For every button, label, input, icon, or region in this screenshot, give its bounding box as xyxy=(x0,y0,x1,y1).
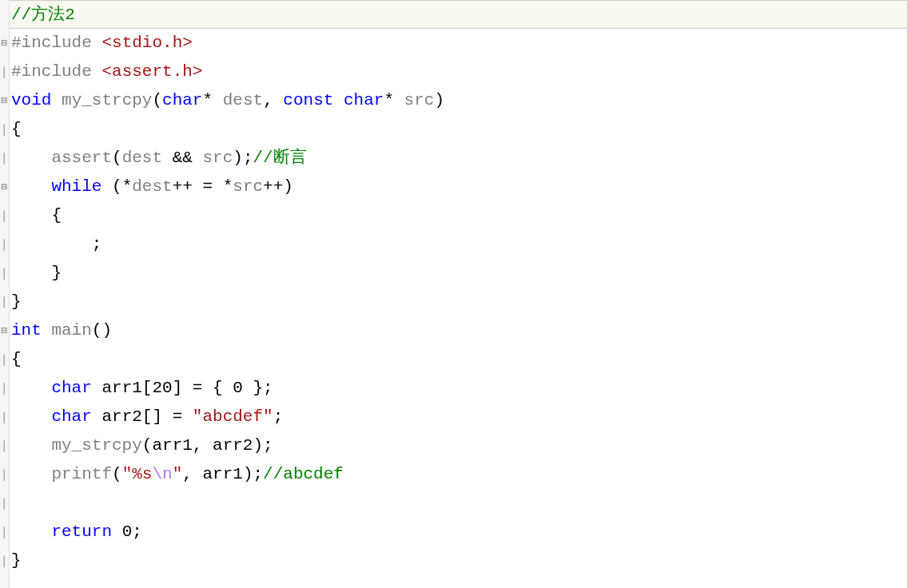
brace-close: } xyxy=(11,264,62,282)
code-line-9[interactable]: ; xyxy=(10,230,907,259)
var-src: src xyxy=(233,177,263,196)
semicolon: ; xyxy=(11,235,101,253)
gutter-line: │ xyxy=(0,115,9,144)
code-line-20[interactable]: } xyxy=(10,546,907,575)
include-header: <assert.h> xyxy=(101,62,202,81)
gutter-line: │ xyxy=(0,518,9,546)
keyword-while: while xyxy=(11,177,101,196)
comment-text: //断言 xyxy=(253,149,307,167)
star-op: * xyxy=(122,177,133,196)
var-dest: dest xyxy=(132,177,172,196)
printf-args: , arr1); xyxy=(182,465,263,483)
preprocessor: #include xyxy=(11,34,101,52)
inc-paren: ++) xyxy=(263,177,293,196)
code-line-2[interactable]: #include <stdio.h> xyxy=(10,29,907,58)
func-name: my_strcpy xyxy=(51,91,152,109)
gutter-line: │ xyxy=(0,431,9,460)
paren-semi: ); xyxy=(233,149,253,167)
code-line-7[interactable]: while (*dest++ = *src++) xyxy=(10,173,907,201)
call-args: (arr1, arr2); xyxy=(142,436,273,455)
code-line-14[interactable]: char arr1[20] = { 0 }; xyxy=(10,374,907,403)
code-line-8[interactable]: { xyxy=(10,201,907,230)
param-dest: dest xyxy=(223,91,263,109)
comment-text: //abcdef xyxy=(263,465,344,483)
code-line-3[interactable]: #include <assert.h> xyxy=(10,58,907,86)
keyword-char: char xyxy=(162,91,202,109)
keyword-const: const xyxy=(283,91,333,109)
code-line-17[interactable]: printf("%s\n", arr1);//abcdef xyxy=(10,460,907,489)
gutter-line: │ xyxy=(0,58,9,86)
brace-open: { xyxy=(11,206,62,224)
func-call: my_strcpy xyxy=(11,436,142,455)
gutter-line: │ xyxy=(0,345,9,374)
paren: ( xyxy=(152,91,162,109)
string-end: " xyxy=(173,465,183,483)
code-line-18[interactable] xyxy=(10,489,907,518)
keyword-char: char xyxy=(11,379,92,397)
code-line-6[interactable]: assert(dest && src);//断言 xyxy=(10,144,907,173)
brace-close: } xyxy=(11,551,22,570)
gutter-line: │ xyxy=(0,374,9,403)
brace-open: { xyxy=(11,120,22,138)
code-line-4[interactable]: void my_strcpy(char* dest, const char* s… xyxy=(10,86,907,115)
comment-text: //方法2 xyxy=(11,6,75,24)
gutter-collapse[interactable]: ⊟ xyxy=(0,29,9,58)
paren: ( xyxy=(112,149,122,167)
gutter-line: │ xyxy=(0,489,9,518)
preprocessor: #include xyxy=(11,62,101,81)
comma: , xyxy=(263,91,283,109)
gutter-line: │ xyxy=(0,288,9,316)
code-line-13[interactable]: { xyxy=(10,345,907,374)
gutter: ⊟ │ ⊟ │ │ ⊟ │ │ │ │ ⊟ │ │ │ │ │ │ │ │ xyxy=(0,0,10,588)
param-src: src xyxy=(404,91,435,109)
gutter-line: │ xyxy=(0,460,9,489)
paren: ( xyxy=(112,465,122,483)
var-src: src xyxy=(202,149,233,167)
paren: ( xyxy=(112,177,122,196)
keyword-void: void xyxy=(11,91,51,109)
code-line-11[interactable]: } xyxy=(10,288,907,316)
keyword-int: int xyxy=(11,321,42,340)
gutter-collapse[interactable]: ⊟ xyxy=(0,86,9,115)
var-dest: dest xyxy=(122,149,173,167)
inc-assign: ++ = * xyxy=(173,177,233,196)
arr1-decl: arr1[20] = { 0 }; xyxy=(92,379,273,397)
gutter-line: │ xyxy=(0,546,9,575)
pointer: * xyxy=(384,91,404,109)
keyword-char: char xyxy=(11,407,92,426)
code-line-10[interactable]: } xyxy=(10,259,907,288)
func-main: main xyxy=(42,321,92,340)
and-op: && xyxy=(173,149,203,167)
string-literal: "abcdef" xyxy=(193,407,273,426)
code-editor: ⊟ │ ⊟ │ │ ⊟ │ │ │ │ ⊟ │ │ │ │ │ │ │ │ //… xyxy=(0,0,907,588)
parens: () xyxy=(92,321,112,340)
semicolon: ; xyxy=(273,407,284,426)
printf-call: printf xyxy=(11,465,112,483)
gutter-line: │ xyxy=(0,403,9,431)
gutter-marker xyxy=(0,0,9,29)
code-line-12[interactable]: int main() xyxy=(10,316,907,345)
code-line-5[interactable]: { xyxy=(10,115,907,144)
code-line-15[interactable]: char arr2[] = "abcdef"; xyxy=(10,403,907,431)
paren: ) xyxy=(434,91,444,109)
keyword-return: return xyxy=(11,522,112,541)
keyword-char: char xyxy=(344,91,384,109)
pointer: * xyxy=(202,91,222,109)
code-line-1[interactable]: //方法2 xyxy=(10,0,907,29)
gutter-collapse[interactable]: ⊟ xyxy=(0,316,9,345)
gutter-line: │ xyxy=(0,144,9,173)
brace-open: { xyxy=(11,350,22,368)
format-string: "%s xyxy=(122,465,153,483)
return-val: 0; xyxy=(112,522,142,541)
code-line-16[interactable]: my_strcpy(arr1, arr2); xyxy=(10,431,907,460)
gutter-line: │ xyxy=(0,259,9,288)
code-line-19[interactable]: return 0; xyxy=(10,518,907,546)
gutter-line: │ xyxy=(0,201,9,230)
assert-call: assert xyxy=(11,149,112,167)
arr2-decl: arr2[] = xyxy=(92,407,193,426)
gutter-line: │ xyxy=(0,230,9,259)
code-area[interactable]: //方法2 #include <stdio.h> #include <asser… xyxy=(10,0,907,588)
gutter-collapse[interactable]: ⊟ xyxy=(0,173,9,201)
escape-seq: \n xyxy=(152,465,172,483)
include-header: <stdio.h> xyxy=(101,34,192,52)
